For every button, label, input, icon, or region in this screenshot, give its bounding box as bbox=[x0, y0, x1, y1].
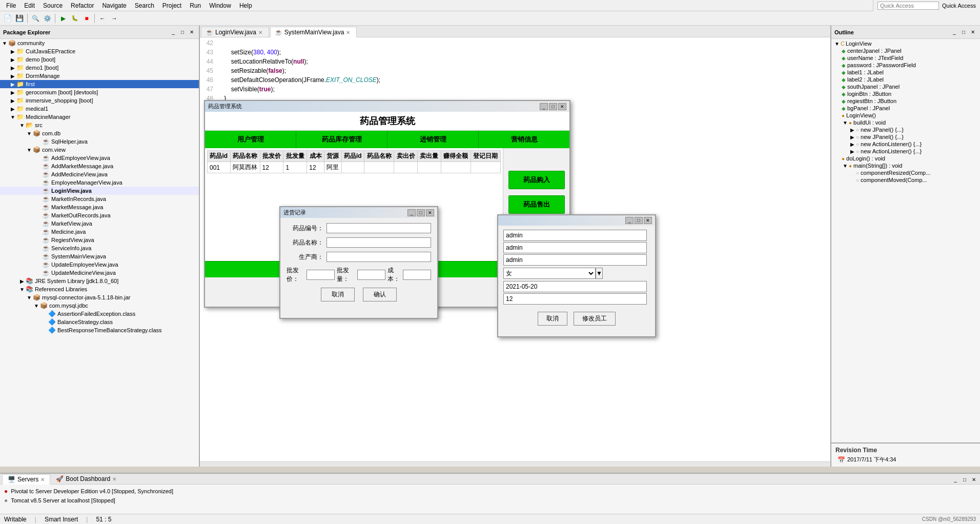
sell-medicine-btn[interactable]: 药品售出 bbox=[508, 195, 565, 214]
tree-item-addemployee[interactable]: ☕ AddEmployeeView.java bbox=[0, 154, 199, 162]
outline-item-loginbtn[interactable]: ◆ loginBtn : JButton bbox=[832, 90, 979, 97]
menu-run[interactable]: Run bbox=[186, 1, 205, 10]
stock-input-mfr[interactable] bbox=[326, 252, 431, 262]
tree-item-gerocomium[interactable]: ▶ 📁 gerocomium [boot] [devtools] bbox=[0, 88, 199, 96]
tree-item-updatemed[interactable]: ☕ UpdateMedicineView.java bbox=[0, 269, 199, 277]
close-icon[interactable]: ✕ bbox=[258, 30, 262, 35]
emp-close-btn[interactable]: ✕ bbox=[644, 217, 652, 224]
tree-item-comdb[interactable]: ▼ 📦 com.db bbox=[0, 129, 199, 137]
toolbar-back[interactable]: ← bbox=[97, 13, 108, 24]
toolbar-new[interactable]: 📄 bbox=[2, 13, 13, 24]
tree-item-immersive[interactable]: ▶ 📁 immersive_shopping [boot] bbox=[0, 96, 199, 105]
emp-field-3[interactable] bbox=[503, 254, 647, 266]
menu-project[interactable]: Project bbox=[158, 1, 186, 10]
emp-date-field[interactable] bbox=[503, 281, 647, 292]
emp-gender-select[interactable]: 女 男 bbox=[503, 268, 596, 279]
stock-cancel-btn[interactable]: 取消 bbox=[321, 288, 355, 301]
editor-scrollbar[interactable] bbox=[200, 461, 830, 467]
close-window-btn[interactable]: ✕ bbox=[558, 103, 566, 110]
nav-user-mgmt[interactable]: 用户管理 bbox=[205, 131, 296, 148]
menu-edit[interactable]: Edit bbox=[20, 1, 39, 10]
tab-loginview[interactable]: ☕ LoginView.java ✕ bbox=[201, 27, 269, 37]
outline-item-password[interactable]: ◆ password : JPasswordField bbox=[832, 62, 979, 69]
minimize-panel-btn[interactable]: _ bbox=[169, 29, 177, 36]
tree-item-first[interactable]: ▶ 📁 first bbox=[0, 80, 199, 88]
nav-sales-mgmt[interactable]: 进销管理 bbox=[387, 131, 479, 148]
maximize-panel-btn[interactable]: □ bbox=[178, 29, 187, 36]
tree-item-dorm[interactable]: ▶ 📁 DormManage bbox=[0, 72, 199, 80]
nav-marketing-info[interactable]: 营销信息 bbox=[479, 131, 569, 148]
bootdashboard-tab[interactable]: 🚀 Boot Dashboard ✕ bbox=[50, 474, 122, 484]
tree-item-loginview[interactable]: ☕ LoginView.java bbox=[0, 187, 199, 195]
outline-item-regiestbtn[interactable]: ◆ regiestBtn : JButton bbox=[832, 97, 979, 105]
emp-minimize-btn[interactable]: _ bbox=[625, 217, 634, 224]
toolbar-save[interactable]: 💾 bbox=[14, 13, 25, 24]
outline-close-btn[interactable]: ✕ bbox=[969, 29, 977, 36]
stock-restore-btn[interactable]: □ bbox=[417, 209, 425, 216]
outline-maximize-btn[interactable]: □ bbox=[959, 29, 968, 36]
minimize-btn[interactable]: _ bbox=[540, 103, 548, 110]
outline-item-label1[interactable]: ◆ label1 : JLabel bbox=[832, 69, 979, 76]
table-row[interactable]: 001 阿莫西林 12 1 12 阿里 bbox=[208, 162, 501, 173]
menu-refactor[interactable]: Refactor bbox=[67, 1, 98, 10]
emp-modify-btn[interactable]: 修改员工 bbox=[574, 312, 616, 326]
quick-access-input[interactable] bbox=[877, 2, 939, 10]
tree-item-balancestrategy[interactable]: 🔷 BalanceStrategy.class bbox=[0, 318, 199, 326]
stock-close-btn[interactable]: ✕ bbox=[426, 209, 434, 216]
emp-cancel-btn[interactable]: 取消 bbox=[538, 312, 567, 326]
outline-item-compmoved[interactable]: ○ componentMoved(Comp... bbox=[832, 176, 979, 184]
toolbar-settings[interactable]: ⚙️ bbox=[42, 13, 53, 24]
tree-item-marketview[interactable]: ☕ MarketView.java bbox=[0, 219, 199, 228]
stock-input-name[interactable] bbox=[326, 237, 431, 248]
tree-item-sqlhelper[interactable]: ☕ SqlHelper.java bbox=[0, 137, 199, 146]
tree-item-src[interactable]: ▼ 📂 src bbox=[0, 121, 199, 129]
outline-item-actionlistener1[interactable]: ▶ ○ new ActionListener() {...} bbox=[832, 140, 979, 148]
tree-item-beststrategy[interactable]: 🔷 BestResponseTimeBalanceStrategy.class bbox=[0, 326, 199, 334]
tree-item-community[interactable]: ▼ 📦 community bbox=[0, 39, 199, 47]
tab-systemmainview[interactable]: ☕ SystemMainView.java ✕ bbox=[270, 27, 357, 37]
toolbar-search[interactable]: 🔍 bbox=[30, 13, 41, 24]
tree-item-reflibs[interactable]: ▼ 📚 Referenced Libraries bbox=[0, 285, 199, 293]
buy-medicine-btn[interactable]: 药品购入 bbox=[508, 171, 565, 189]
toolbar-debug[interactable]: 🐛 bbox=[69, 13, 80, 24]
tree-item-addmarket[interactable]: ☕ AddMarketMessage.java bbox=[0, 162, 199, 170]
outline-item-dologin[interactable]: ● doLogin() : void bbox=[832, 155, 979, 162]
tree-item-medical1[interactable]: ▶ 📁 medical1 bbox=[0, 105, 199, 113]
toolbar-forward[interactable]: → bbox=[109, 13, 120, 24]
nav-medicine-inventory[interactable]: 药品库存管理 bbox=[296, 131, 387, 148]
stock-confirm-btn[interactable]: 确认 bbox=[363, 288, 397, 301]
tree-item-jre[interactable]: ▶ 📚 JRE System Library [jdk1.8.0_60] bbox=[0, 277, 199, 285]
bootdash-tab-close[interactable]: ✕ bbox=[112, 476, 116, 482]
tree-item-addmedicine[interactable]: ☕ AddMedicineView.java bbox=[0, 170, 199, 178]
emp-field-2[interactable] bbox=[503, 242, 647, 253]
tree-item-mysql[interactable]: ▼ 📦 mysql-connector-java-5.1.18-bin.jar bbox=[0, 293, 199, 301]
tree-item-medicinemanager[interactable]: ▼ 📁 MedicineManager bbox=[0, 113, 199, 121]
outline-item-newjpanel2[interactable]: ▶ ○ new JPanel() {...} bbox=[832, 133, 979, 140]
outline-item-username[interactable]: ◆ userName : JTextField bbox=[832, 54, 979, 62]
emp-restore-btn[interactable]: □ bbox=[635, 217, 643, 224]
outline-item-centerjpanel[interactable]: ◆ centerJpanel : JPanel bbox=[832, 47, 979, 54]
outline-item-actionlistener2[interactable]: ▶ ○ new ActionListener() {...} bbox=[832, 148, 979, 155]
panel-minimize-btn[interactable]: _ bbox=[951, 476, 959, 483]
close-panel-btn[interactable]: ✕ bbox=[188, 29, 196, 36]
toolbar-run[interactable]: ▶ bbox=[57, 13, 69, 24]
outline-minimize-btn[interactable]: _ bbox=[950, 29, 958, 36]
toolbar-stop[interactable]: ■ bbox=[81, 13, 92, 24]
tree-item-comview[interactable]: ▼ 📦 com.view bbox=[0, 146, 199, 154]
emp-field-1[interactable] bbox=[503, 230, 647, 241]
tree-item-demo1[interactable]: ▶ 📁 demo1 [boot] bbox=[0, 64, 199, 72]
tree-item-updateemp[interactable]: ☕ UpdateEmployeeView.java bbox=[0, 260, 199, 269]
outline-item-main[interactable]: ▼ ● main(String[]) : void bbox=[832, 162, 979, 169]
outline-item-buildui[interactable]: ▼ ● buildUi : void bbox=[832, 119, 979, 126]
menu-window[interactable]: Window bbox=[205, 1, 235, 10]
stock-minimize-btn[interactable]: _ bbox=[407, 209, 416, 216]
stock-input-wqty[interactable] bbox=[357, 270, 385, 280]
menu-search[interactable]: Search bbox=[131, 1, 158, 10]
servers-tab-close[interactable]: ✕ bbox=[40, 477, 45, 482]
server-item-1[interactable]: ● Pivotal tc Server Developer Edition v4… bbox=[4, 487, 976, 496]
tree-item-demo[interactable]: ▶ 📁 demo [boot] bbox=[0, 55, 199, 64]
panel-close-btn[interactable]: ✕ bbox=[970, 476, 978, 483]
emp-num-field[interactable] bbox=[503, 293, 647, 305]
close-icon[interactable]: ✕ bbox=[346, 30, 350, 35]
outline-item-compresized[interactable]: ○ componentResized(Comp... bbox=[832, 169, 979, 176]
